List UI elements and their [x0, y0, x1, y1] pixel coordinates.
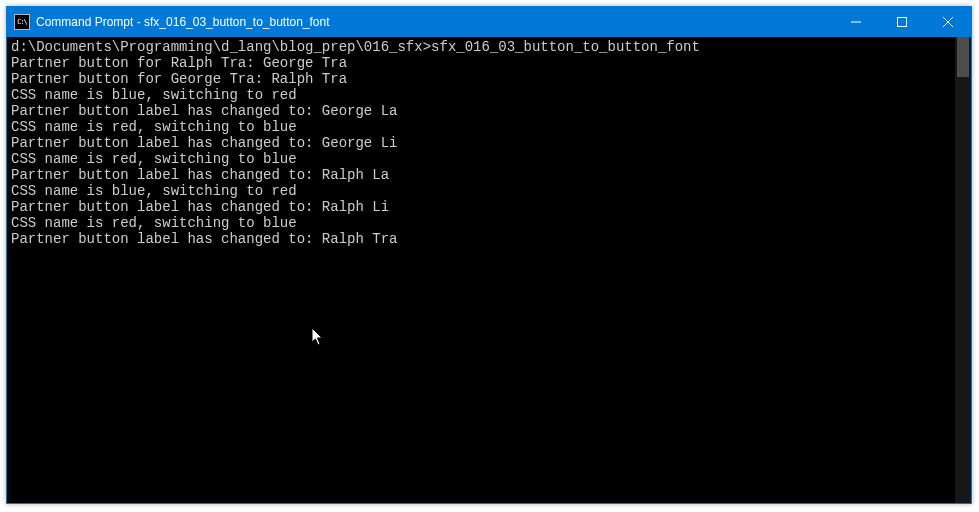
terminal-line: CSS name is blue, switching to red	[11, 87, 297, 103]
window-title: Command Prompt - sfx_016_03_button_to_bu…	[36, 15, 833, 29]
terminal-scrollbar[interactable]	[955, 37, 971, 503]
terminal-line: CSS name is blue, switching to red	[11, 183, 297, 199]
close-button[interactable]	[925, 7, 971, 37]
window-controls	[833, 7, 971, 37]
minimize-icon	[851, 17, 861, 27]
prompt-path: d:\Documents\Programming\d_lang\blog_pre…	[11, 39, 431, 55]
prompt-command: sfx_016_03_button_to_button_font	[431, 39, 700, 55]
maximize-button[interactable]	[879, 7, 925, 37]
terminal-line: Partner button label has changed to: Ral…	[11, 167, 389, 183]
terminal-line: Partner button label has changed to: Geo…	[11, 103, 397, 119]
scrollbar-thumb[interactable]	[957, 37, 969, 77]
terminal-line: Partner button for George Tra: Ralph Tra	[11, 71, 347, 87]
terminal-line: Partner button for Ralph Tra: George Tra	[11, 55, 347, 71]
terminal-line: CSS name is red, switching to blue	[11, 151, 297, 167]
command-prompt-icon: C:\	[14, 14, 30, 30]
titlebar[interactable]: C:\ Command Prompt - sfx_016_03_button_t…	[7, 7, 971, 37]
terminal-content: d:\Documents\Programming\d_lang\blog_pre…	[7, 37, 955, 503]
minimize-button[interactable]	[833, 7, 879, 37]
maximize-icon	[897, 17, 907, 27]
terminal-line: Partner button label has changed to: Ral…	[11, 231, 397, 247]
command-prompt-window: C:\ Command Prompt - sfx_016_03_button_t…	[6, 6, 972, 504]
terminal-body[interactable]: d:\Documents\Programming\d_lang\blog_pre…	[7, 37, 971, 503]
terminal-line: Partner button label has changed to: Ral…	[11, 199, 389, 215]
terminal-line: CSS name is red, switching to blue	[11, 119, 297, 135]
close-icon	[943, 17, 953, 27]
command-prompt-icon-glyph: C:\	[17, 19, 27, 26]
terminal-line: Partner button label has changed to: Geo…	[11, 135, 397, 151]
terminal-line-prompt: d:\Documents\Programming\d_lang\blog_pre…	[11, 39, 700, 55]
svg-rect-1	[898, 18, 907, 27]
terminal-line: CSS name is red, switching to blue	[11, 215, 297, 231]
